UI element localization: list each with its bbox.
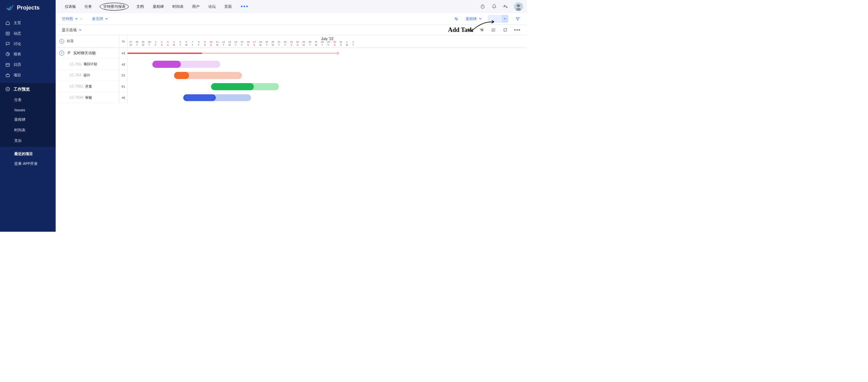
gantt-area: 标题 % July '22 27M28T29W30T1F2S3S4M5T6W7T… xyxy=(56,35,527,232)
sidebar-item-reports[interactable]: 报表 xyxy=(0,49,56,60)
day-cell: 10S xyxy=(208,41,214,46)
sidebar-item-label: 动态 xyxy=(14,31,21,36)
sidebar: Projects 主页 动态 讨论 报表 日历 项目 xyxy=(0,0,56,232)
gantt-parent-bar[interactable] xyxy=(128,53,338,54)
tools-icon[interactable] xyxy=(503,3,509,9)
sidebar-subitem-tasks[interactable]: 任务 xyxy=(0,95,56,105)
task-code: LC-T534 xyxy=(59,96,83,99)
sidebar-item-label: 项目 xyxy=(14,73,21,78)
sidebar-item-calendar[interactable]: 日历 xyxy=(0,59,56,70)
tab-pages[interactable]: 页面 xyxy=(224,3,233,10)
day-cell: 15F xyxy=(239,41,245,46)
app-name: Projects xyxy=(17,4,40,11)
topbar-right xyxy=(479,2,523,11)
add-task-dropdown[interactable] xyxy=(502,15,508,23)
tab-tasks[interactable]: 任务 xyxy=(84,3,93,10)
day-cell: 22F xyxy=(282,41,288,46)
svg-point-8 xyxy=(481,5,484,8)
task-pct: 42 xyxy=(119,48,128,59)
sidebar-subitem-issues[interactable]: Issues xyxy=(0,105,56,115)
timer-icon[interactable] xyxy=(479,3,486,9)
sidebar-item-projects[interactable]: 项目 xyxy=(0,70,56,80)
bell-icon[interactable] xyxy=(491,3,497,9)
tab-more[interactable]: ●●● xyxy=(240,3,249,10)
more-horizontal-icon[interactable]: ●●● xyxy=(514,27,520,33)
svg-rect-6 xyxy=(6,74,9,77)
project-tabs: 仪表板 任务 甘特图与报表 文档 里程碑 时间表 用户 论坛 页面 ●●● xyxy=(60,3,249,10)
task-name: 审核 xyxy=(85,95,92,100)
day-cell: 7T xyxy=(189,41,195,46)
sidebar-item-discuss[interactable]: 讨论 xyxy=(0,39,56,49)
day-cell: 16S xyxy=(245,41,251,46)
tab-milestones[interactable]: 里程碑 xyxy=(152,3,165,10)
tab-documents[interactable]: 文档 xyxy=(136,3,145,10)
gantt-parent-row[interactable]: 实时聊天功能 42 xyxy=(56,48,128,59)
sidebar-item-home[interactable]: 主页 xyxy=(0,18,56,28)
gantt-task-bar[interactable] xyxy=(211,83,279,90)
home-icon xyxy=(5,21,10,25)
sidebar-subitem-expenses[interactable]: 支出 xyxy=(0,135,56,146)
recent-project-item[interactable]: 坚果 APP开发 xyxy=(0,158,56,169)
task-name: 开发 xyxy=(85,84,92,89)
sidebar-item-label: 工作预览 xyxy=(14,87,30,92)
display-options-dropdown[interactable]: 显示选项 xyxy=(56,25,88,35)
briefcase-icon xyxy=(5,73,10,77)
task-name: 设计 xyxy=(83,73,90,78)
reports-icon xyxy=(5,52,10,56)
task-name: 实时聊天功能 xyxy=(73,51,96,56)
day-cell: 27M xyxy=(128,41,134,46)
tab-timesheets[interactable]: 时间表 xyxy=(172,3,185,10)
gantt-task-row[interactable]: LC-T55项目计划42 xyxy=(56,59,128,70)
task-pct: 42 xyxy=(119,59,128,70)
day-cell: 28T xyxy=(319,41,325,46)
sidebar-item-feed[interactable]: 动态 xyxy=(0,28,56,39)
collapse-toggle-icon[interactable] xyxy=(59,51,64,56)
app-logo[interactable]: Projects xyxy=(0,4,56,18)
column-header-title[interactable]: 标题 xyxy=(56,35,119,47)
timeline-month-label: July '22 xyxy=(128,37,527,41)
filter-icon[interactable] xyxy=(514,16,521,22)
day-cell: 5T xyxy=(177,41,183,46)
crumb-gantt-dropdown[interactable]: 甘特图 xyxy=(62,16,78,21)
gantt-task-bar[interactable] xyxy=(174,72,242,79)
gantt-task-row[interactable]: LC-T551开发61 xyxy=(56,81,128,92)
column-header-pct[interactable]: % xyxy=(119,35,128,47)
collapse-all-icon[interactable] xyxy=(59,39,64,44)
day-cell: 18M xyxy=(258,41,264,46)
tab-forums[interactable]: 论坛 xyxy=(208,3,217,10)
day-cell: 11M xyxy=(214,41,220,46)
tab-users[interactable]: 用户 xyxy=(191,3,201,10)
day-cell: 13W xyxy=(227,41,233,46)
expand-icon[interactable] xyxy=(502,27,508,33)
gantt-bars-area xyxy=(128,48,527,232)
day-cell: 2T xyxy=(350,41,356,46)
timeline-header-area: July '22 27M28T29W30T1F2S3S4M5T6W7T8F9S1… xyxy=(128,35,527,47)
sidebar-subitem-timesheets[interactable]: 时间表 xyxy=(0,125,56,135)
day-cell: 19T xyxy=(264,41,270,46)
main-area: 仪表板 任务 甘特图与报表 文档 里程碑 时间表 用户 论坛 页面 ●●● xyxy=(56,0,527,232)
sidebar-subitem-milestones[interactable]: 里程碑 xyxy=(0,114,56,125)
task-name: 项目计划 xyxy=(83,62,97,66)
task-pct: 21 xyxy=(119,70,128,81)
crumb-status-dropdown[interactable]: 未关闭 xyxy=(92,16,108,21)
day-cell: 30S xyxy=(332,41,338,46)
day-cell: 27W xyxy=(313,41,319,46)
day-cell: 29W xyxy=(140,41,146,46)
day-cell: 9S xyxy=(202,41,208,46)
day-cell: 31S xyxy=(338,41,344,46)
gantt-task-bar[interactable] xyxy=(183,94,251,101)
user-avatar[interactable] xyxy=(514,2,523,11)
gantt-task-row[interactable]: LC-T534审核46 xyxy=(56,92,128,103)
tab-dashboard[interactable]: 仪表板 xyxy=(64,3,77,10)
settings-sliders-icon[interactable] xyxy=(453,16,459,22)
gantt-task-bar[interactable] xyxy=(152,61,220,68)
svg-point-12 xyxy=(517,4,520,7)
svg-point-18 xyxy=(456,19,457,20)
subbar: 甘特图 未关闭 里程碑 xyxy=(56,13,527,25)
sidebar-item-overview[interactable]: 工作预览 xyxy=(0,84,56,95)
milestone-flag-icon xyxy=(67,51,71,55)
day-cell: 30T xyxy=(146,41,152,46)
gantt-task-row[interactable]: LC-T54设计21 xyxy=(56,70,128,81)
day-cell: 6W xyxy=(183,41,189,46)
tab-gantt-reports[interactable]: 甘特图与报表 xyxy=(100,3,129,10)
